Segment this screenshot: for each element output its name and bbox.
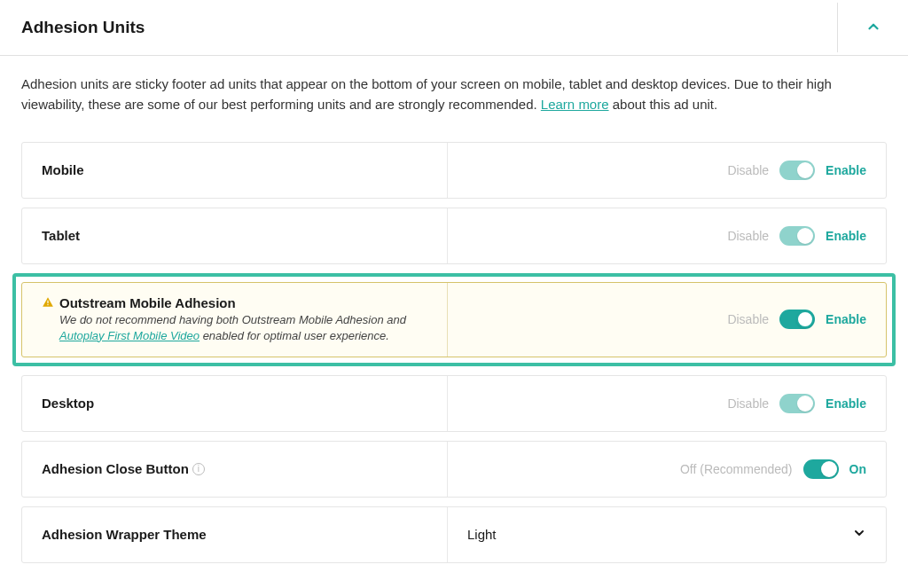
toggle-off-label: Disable	[727, 396, 769, 411]
toggle-off-label: Off (Recommended)	[680, 462, 793, 476]
warning-icon	[42, 296, 54, 309]
setting-control-cell: Off (Recommended) On	[448, 442, 886, 497]
svg-rect-0	[47, 301, 48, 304]
toggle-off-label: Disable	[727, 163, 769, 177]
theme-select[interactable]: Light	[448, 507, 886, 562]
toggle-on-label: On	[849, 462, 866, 476]
toggle-on-label: Enable	[826, 396, 866, 411]
highlighted-setting: Outstream Mobile Adhesion We do not reco…	[12, 273, 896, 366]
toggle-on-label: Enable	[826, 229, 866, 243]
setting-row-outstream: Outstream Mobile Adhesion We do not reco…	[21, 282, 887, 357]
panel-title: Adhesion Units	[0, 0, 166, 55]
tablet-toggle[interactable]	[779, 226, 815, 246]
learn-more-link[interactable]: Learn more	[541, 97, 609, 112]
toggle-off-label: Disable	[727, 312, 769, 326]
setting-label: Adhesion Close Button	[42, 461, 189, 476]
setting-row-wrapper-theme: Adhesion Wrapper Theme Light	[21, 506, 887, 563]
setting-label-cell: Mobile	[22, 143, 448, 198]
theme-select-value: Light	[467, 527, 497, 542]
settings-list: Mobile Disable Enable Tablet Disable Ena…	[0, 142, 908, 589]
setting-label: Tablet	[42, 228, 80, 243]
setting-control-cell: Disable Enable	[448, 143, 886, 198]
info-icon[interactable]: i	[192, 463, 205, 475]
setting-label-cell: Desktop	[22, 376, 448, 431]
setting-control-cell: Disable Enable	[448, 376, 886, 431]
adhesion-units-panel: Adhesion Units Adhesion units are sticky…	[0, 0, 908, 588]
panel-description: Adhesion units are sticky footer ad unit…	[0, 56, 908, 142]
setting-row-close-button: Adhesion Close Button i Off (Recommended…	[21, 441, 887, 498]
setting-label-cell: Adhesion Wrapper Theme	[22, 507, 448, 562]
setting-label: Desktop	[42, 396, 94, 411]
desktop-toggle[interactable]	[779, 394, 815, 413]
chevron-up-icon	[865, 19, 881, 37]
desc-post: about this ad unit.	[609, 97, 718, 112]
setting-label: Adhesion Wrapper Theme	[42, 527, 207, 542]
setting-control-cell: Disable Enable	[448, 208, 886, 263]
autoplay-link[interactable]: Autoplay First Mobile Video	[59, 329, 200, 342]
collapse-button[interactable]	[837, 3, 908, 52]
toggle-on-label: Enable	[826, 312, 866, 326]
chevron-down-icon	[852, 526, 866, 543]
toggle-on-label: Enable	[826, 163, 866, 177]
panel-header: Adhesion Units	[0, 0, 908, 56]
close-button-toggle[interactable]	[803, 459, 839, 479]
setting-row-mobile: Mobile Disable Enable	[21, 142, 887, 199]
warning-description: We do not recommend having both Outstrea…	[59, 312, 427, 344]
setting-row-tablet: Tablet Disable Enable	[21, 208, 887, 264]
mobile-toggle[interactable]	[779, 161, 815, 180]
outstream-toggle[interactable]	[779, 310, 815, 329]
setting-label: Outstream Mobile Adhesion	[59, 295, 236, 310]
setting-label-cell: Adhesion Close Button i	[22, 442, 448, 497]
setting-label: Mobile	[42, 162, 84, 177]
setting-control-cell: Disable Enable	[448, 283, 886, 357]
warn-pre: We do not recommend having both Outstrea…	[59, 313, 406, 326]
setting-row-desktop: Desktop Disable Enable	[21, 375, 887, 432]
toggle-off-label: Disable	[727, 229, 769, 243]
svg-rect-1	[47, 304, 48, 305]
setting-label-cell: Tablet	[22, 208, 448, 263]
setting-label-cell: Outstream Mobile Adhesion We do not reco…	[22, 283, 448, 357]
warn-post: enabled for optimal user experience.	[200, 329, 389, 342]
